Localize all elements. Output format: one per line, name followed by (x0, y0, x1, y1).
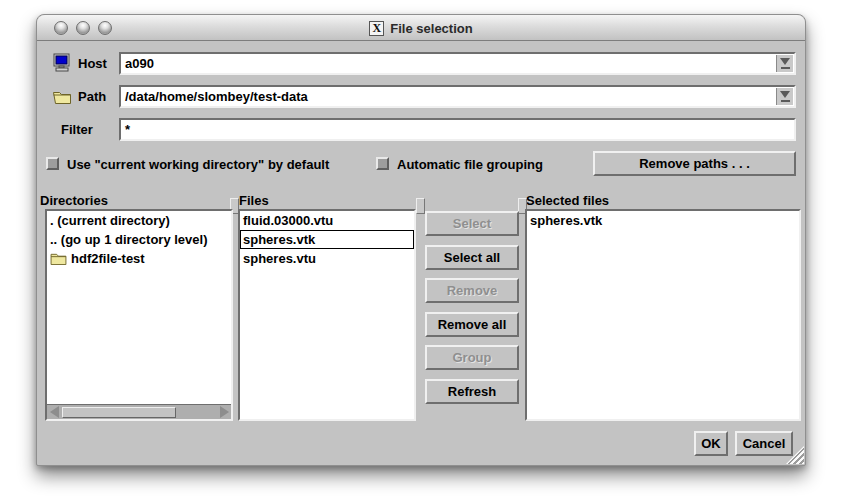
file-entry-label: spheres.vtu (243, 249, 316, 268)
grouping-checkbox[interactable] (376, 157, 389, 170)
file-selection-dialog: X File selection Host a090 Path /data/ho… (36, 14, 806, 466)
refresh-button[interactable]: Refresh (425, 379, 519, 404)
directory-entry-label: . (current directory) (50, 211, 170, 230)
directories-list[interactable]: . (current directory) .. (go up 1 direct… (45, 209, 233, 421)
host-value: a090 (125, 56, 154, 71)
remove-all-button[interactable]: Remove all (425, 312, 519, 337)
filter-input[interactable]: * (119, 118, 796, 141)
selected-files-list[interactable]: spheres.vtk (525, 209, 801, 421)
cwd-checkbox[interactable] (46, 157, 59, 170)
list-item[interactable]: spheres.vtk (527, 211, 799, 230)
host-computer-icon (52, 53, 72, 73)
path-label: Path (78, 89, 106, 104)
list-item[interactable]: spheres.vtu (240, 249, 414, 268)
path-folder-icon (52, 87, 72, 107)
filter-label: Filter (61, 122, 93, 137)
host-label: Host (78, 56, 107, 71)
files-panel-label: Files (239, 193, 269, 208)
file-entry-label: spheres.vtk (243, 230, 315, 249)
remove-paths-button[interactable]: Remove paths . . . (593, 151, 796, 176)
cwd-checkbox-label: Use "current working directory" by defau… (67, 157, 329, 172)
ok-button[interactable]: OK (694, 431, 728, 456)
host-dropdown-arrow-icon[interactable] (776, 55, 793, 72)
window-title: File selection (390, 21, 472, 36)
folder-icon (50, 252, 67, 265)
list-item-selected[interactable]: spheres.vtk (240, 230, 414, 249)
remove-button[interactable]: Remove (425, 278, 519, 303)
scroll-right-icon[interactable] (217, 406, 231, 419)
list-item[interactable]: . (current directory) (47, 211, 231, 230)
host-input[interactable]: a090 (119, 52, 796, 75)
file-entry-label: fluid.03000.vtu (243, 211, 333, 230)
pane-sash-handle[interactable] (416, 198, 425, 214)
list-item[interactable]: .. (go up 1 directory level) (47, 230, 231, 249)
group-button[interactable]: Group (425, 345, 519, 370)
scrollbar-thumb[interactable] (62, 407, 176, 418)
filter-value: * (125, 122, 130, 137)
list-item[interactable]: hdf2file-test (47, 249, 231, 268)
path-value: /data/home/slombey/test-data (125, 89, 308, 104)
x11-app-icon: X (369, 21, 384, 36)
horizontal-scrollbar[interactable] (47, 404, 231, 419)
path-input[interactable]: /data/home/slombey/test-data (119, 85, 796, 108)
directory-entry-label: .. (go up 1 directory level) (50, 230, 207, 249)
cancel-button[interactable]: Cancel (735, 431, 793, 456)
select-all-button[interactable]: Select all (425, 245, 519, 270)
grouping-checkbox-label: Automatic file grouping (397, 157, 543, 172)
directory-entry-label: hdf2file-test (71, 249, 145, 268)
select-button[interactable]: Select (425, 211, 519, 236)
files-list[interactable]: fluid.03000.vtu spheres.vtk spheres.vtu (238, 209, 416, 421)
directories-panel-label: Directories (40, 193, 108, 208)
selected-files-panel-label: Selected files (526, 193, 609, 208)
list-item[interactable]: fluid.03000.vtu (240, 211, 414, 230)
title-bar[interactable]: X File selection (37, 15, 805, 41)
scroll-left-icon[interactable] (47, 406, 61, 419)
selected-file-entry-label: spheres.vtk (530, 211, 602, 230)
path-dropdown-arrow-icon[interactable] (776, 88, 793, 105)
